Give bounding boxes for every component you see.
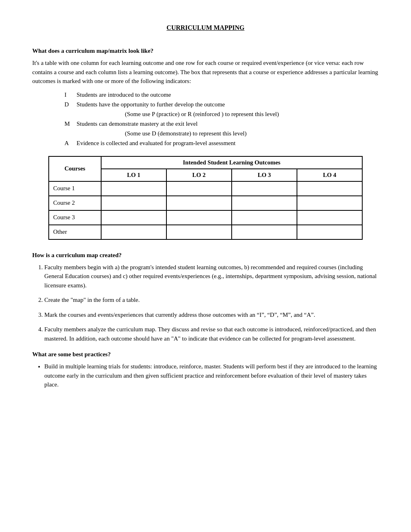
table-top-header-row: Courses Intended Student Learning Outcom… — [49, 156, 362, 169]
section3-heading: What are some best practices? — [32, 351, 379, 358]
cell-r0-c0 — [101, 181, 166, 196]
cell-r2-c0 — [101, 210, 166, 225]
section2-item-2: Create the "map" in the form of a table. — [44, 295, 379, 305]
indicator-D-sub: (Some use P (practice) or R (reinforced … — [125, 109, 379, 119]
indicator-M-sub: (Some use D (demonstrate) to represent t… — [125, 129, 379, 138]
section-3: What are some best practices? Build in m… — [32, 351, 379, 389]
section-2: How is a curriculum map created? Faculty… — [32, 252, 379, 343]
section1-paragraph: It's a table with one column for each le… — [32, 58, 379, 86]
course-name-0: Course 1 — [49, 181, 101, 196]
cell-r2-c3 — [297, 210, 362, 225]
cell-r3-c3 — [297, 225, 362, 239]
table-row: Course 3 — [49, 210, 362, 225]
cell-r0-c3 — [297, 181, 362, 196]
cell-r1-c2 — [232, 196, 297, 210]
indicator-D: D Students have the opportunity to furth… — [64, 100, 379, 119]
course-name-3: Other — [49, 225, 101, 239]
cell-r3-c1 — [166, 225, 232, 239]
lo4-header: LO 4 — [297, 169, 362, 181]
cell-r0-c2 — [232, 181, 297, 196]
section2-item-4: Faculty members analyze the curriculum m… — [44, 325, 379, 343]
table-row: Other — [49, 225, 362, 239]
indicators-list: I Students are introduced to the outcome… — [64, 90, 379, 148]
indicator-I: I Students are introduced to the outcome — [64, 90, 379, 100]
course-name-2: Course 3 — [49, 210, 101, 225]
islo-header: Intended Student Learning Outcomes — [101, 156, 362, 169]
indicator-M-text: Students can demonstrate mastery at the … — [77, 119, 379, 138]
indicator-D-text: Students have the opportunity to further… — [77, 100, 379, 119]
section3-item-1: Build in multiple learning trials for st… — [44, 362, 379, 389]
lo1-header: LO 1 — [101, 169, 166, 181]
cell-r2-c1 — [166, 210, 232, 225]
indicator-A: A Evidence is collected and evaluated fo… — [64, 138, 379, 148]
section2-item-3: Mark the courses and events/experiences … — [44, 310, 379, 320]
indicator-I-text: Students are introduced to the outcome — [77, 90, 379, 100]
courses-header: Courses — [49, 156, 101, 181]
indicator-M: M Students can demonstrate mastery at th… — [64, 119, 379, 138]
section3-list: Build in multiple learning trials for st… — [44, 362, 379, 389]
section1-heading: What does a curriculum map/matrix look l… — [32, 48, 379, 54]
cell-r1-c0 — [101, 196, 166, 210]
lo2-header: LO 2 — [166, 169, 232, 181]
lo3-header: LO 3 — [232, 169, 297, 181]
course-name-1: Course 2 — [49, 196, 101, 210]
curriculum-map-table: Courses Intended Student Learning Outcom… — [48, 156, 363, 240]
table-row: Course 2 — [49, 196, 362, 210]
indicator-M-letter: M — [64, 119, 77, 138]
cell-r2-c2 — [232, 210, 297, 225]
table-row: Course 1 — [49, 181, 362, 196]
cell-r1-c1 — [166, 196, 232, 210]
cell-r0-c1 — [166, 181, 232, 196]
page-title: CURRICULUM MAPPING — [32, 24, 379, 31]
section-1: What does a curriculum map/matrix look l… — [32, 48, 379, 148]
indicator-I-letter: I — [64, 90, 77, 100]
section2-list: Faculty members begin with a) the progra… — [44, 263, 379, 343]
indicator-D-letter: D — [64, 100, 77, 119]
cell-r1-c3 — [297, 196, 362, 210]
section2-heading: How is a curriculum map created? — [32, 252, 379, 259]
indicator-A-text: Evidence is collected and evaluated for … — [77, 138, 379, 148]
cell-r3-c2 — [232, 225, 297, 239]
indicator-A-letter: A — [64, 138, 77, 148]
cell-r3-c0 — [101, 225, 166, 239]
section2-item-1: Faculty members begin with a) the progra… — [44, 263, 379, 290]
